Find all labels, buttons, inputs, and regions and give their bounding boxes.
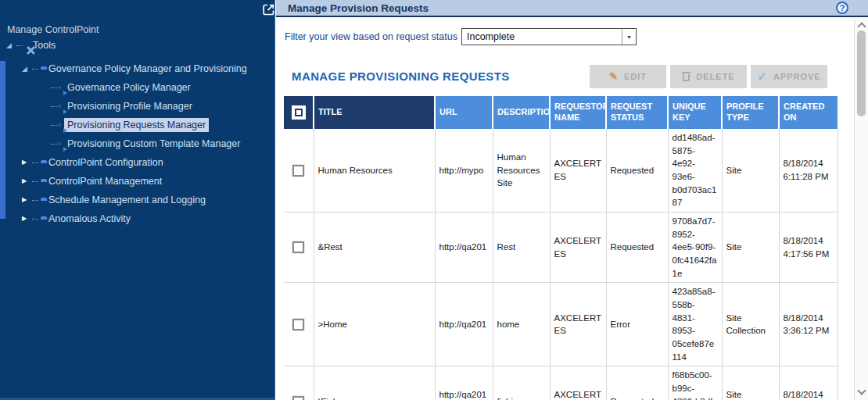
- requests-table: TITLEURLDESCRIPTIONREQUESTOR NAMEREQUEST…: [284, 96, 838, 400]
- cell-profile_type: Site: [722, 212, 779, 283]
- cell-title: )Fish: [314, 366, 435, 400]
- requests-grid-wrap: TITLEURLDESCRIPTIONREQUESTOR NAMEREQUEST…: [284, 96, 838, 400]
- row-checkbox[interactable]: [292, 396, 304, 400]
- cell-unique_key: 9708a7d7-8952-4ee5-90f9-0fc41642fa1e: [668, 212, 722, 283]
- sidebar-item-provisioning-profile-manager[interactable]: Provisioning Profile Manager: [0, 97, 268, 116]
- page-title: Manage Provision Requests: [288, 2, 429, 14]
- cell-requestor: AXCELERTES: [550, 129, 606, 212]
- select-all-checkbox[interactable]: [292, 105, 306, 120]
- row-select-cell: [284, 366, 314, 400]
- tree-connector: [32, 181, 38, 182]
- cell-profile_type: Site Collection: [722, 283, 779, 366]
- tree-connector: [51, 144, 57, 145]
- cell-url: http://qa201: [435, 212, 493, 283]
- check-icon: ✓: [757, 70, 768, 82]
- cell-description: fishing: [493, 366, 550, 400]
- tree-connector: [32, 200, 38, 201]
- cell-requestor: AXCELERTES: [550, 212, 606, 283]
- chevron-down-icon: ▼: [622, 29, 636, 45]
- sidebar-item-label: ControlPoint Management: [45, 174, 165, 188]
- button-label: DELETE: [696, 72, 734, 81]
- cell-profile_type: Site: [722, 129, 779, 212]
- row-checkbox[interactable]: [292, 319, 304, 330]
- sidebar-item-label: ControlPoint Configuration: [45, 155, 167, 170]
- row-select-cell: [284, 129, 314, 212]
- scroll-down-icon[interactable]: [857, 386, 866, 395]
- vertical-scrollbar-thumb[interactable]: [857, 30, 866, 116]
- row-checkbox[interactable]: [292, 165, 304, 177]
- sidebar-item-governance-policy-manager[interactable]: Governance Policy Manager: [0, 78, 268, 97]
- tree-connector: [32, 162, 38, 163]
- tree-connector: [32, 219, 38, 220]
- column-header-profile-type[interactable]: PROFILE TYPE: [722, 96, 779, 129]
- sidebar-item-tools[interactable]: ◢Tools: [0, 36, 268, 55]
- approve-button[interactable]: ✓APPROVE: [751, 65, 827, 88]
- table-row: >Homehttp://qa201homeAXCELERTESError423a…: [284, 283, 838, 366]
- sidebar-item-governance-policy-manager-and-provisioning[interactable]: ◢Governance Policy Manager and Provision…: [0, 59, 268, 78]
- cell-description: Human Resources Site: [493, 129, 550, 212]
- cell-unique_key: dd1486ad-5875-4e92-93e6-b0d703ac187: [668, 129, 722, 212]
- column-header-title[interactable]: TITLE: [314, 96, 435, 129]
- cell-title: >Home: [314, 283, 435, 366]
- table-row: &Resthttp://qa201RestAXCELERTESRequested…: [284, 212, 838, 283]
- tree-expanded-arrow-icon[interactable]: ◢: [22, 66, 32, 73]
- sidebar-root-label: Manage ControlPoint: [7, 24, 99, 35]
- cell-profile_type: Site Collection: [722, 366, 779, 400]
- filter-row: Filter your view based on request status…: [285, 28, 637, 45]
- table-body: Human Resourceshttp://mypoHuman Resource…: [284, 129, 838, 400]
- status-filter-value: Incomplete: [462, 31, 622, 42]
- sidebar-item-label: Provisioning Requests Manager: [64, 118, 209, 132]
- tree-expanded-arrow-icon[interactable]: ◢: [6, 42, 16, 49]
- delete-button[interactable]: DELETE: [670, 65, 747, 88]
- scroll-up-icon[interactable]: [857, 22, 866, 30]
- tree-connector: [51, 125, 57, 126]
- button-label: APPROVE: [773, 72, 821, 81]
- vertical-scrollbar[interactable]: [854, 19, 868, 400]
- table-row: Human Resourceshttp://mypoHuman Resource…: [284, 129, 838, 212]
- tree-connector: [51, 88, 57, 88]
- cell-url: http://qa201 Fish: [435, 366, 493, 400]
- row-checkbox[interactable]: [292, 241, 304, 253]
- button-label: EDIT: [624, 72, 647, 81]
- tree-collapsed-arrow-icon[interactable]: ▶: [22, 216, 32, 222]
- sidebar-item-controlpoint-configuration[interactable]: ▶ControlPoint Configuration: [0, 153, 268, 172]
- filter-label: Filter your view based on request status: [285, 31, 457, 42]
- cell-requestor: AXCELERTES: [550, 366, 606, 400]
- sidebar-item-label: Governance Policy Manager: [64, 80, 194, 95]
- sidebar-item-label: Provisioning Profile Manager: [64, 99, 195, 113]
- tree-collapsed-arrow-icon[interactable]: ▶: [22, 178, 32, 184]
- table-header: TITLEURLDESCRIPTIONREQUESTOR NAMEREQUEST…: [284, 96, 838, 129]
- column-header-url[interactable]: URL: [435, 96, 493, 129]
- sidebar-item-anomalous-activity[interactable]: ▶Anomalous Activity: [0, 209, 268, 228]
- tree-collapsed-arrow-icon[interactable]: ▶: [22, 159, 32, 166]
- row-select-cell: [284, 212, 314, 283]
- help-icon[interactable]: ?: [836, 2, 848, 14]
- title-bar: Manage Provision Requests ?: [276, 0, 868, 17]
- heading-row: MANAGE PROVISIONING REQUESTS ✎EDITDELETE…: [292, 64, 827, 88]
- sidebar-item-schedule-management-and-logging[interactable]: ▶Schedule Management and Logging: [0, 191, 268, 209]
- column-header-created-on[interactable]: CREATED ON: [779, 96, 838, 129]
- panel-toggle-icon[interactable]: [261, 2, 276, 17]
- sidebar-item-provisioning-requests-manager[interactable]: Provisioning Requests Manager: [0, 116, 268, 134]
- column-header-unique-key[interactable]: UNIQUE KEY: [668, 96, 722, 129]
- cell-description: home: [493, 283, 550, 366]
- cell-title: &Rest: [314, 212, 435, 283]
- action-buttons: ✎EDITDELETE✓APPROVE: [590, 65, 827, 88]
- section-heading: MANAGE PROVISIONING REQUESTS: [292, 70, 510, 83]
- cell-title: Human Resources: [314, 129, 435, 212]
- checkbox-inner: [295, 109, 303, 116]
- sidebar-item-controlpoint-management[interactable]: ▶ControlPoint Management: [0, 172, 268, 191]
- cell-created_on: 8/18/2014 3:34:51 PM: [779, 366, 838, 400]
- cell-url: http://mypo: [435, 129, 493, 212]
- edit-button[interactable]: ✎EDIT: [590, 65, 666, 88]
- tree-collapsed-arrow-icon[interactable]: ▶: [22, 197, 32, 203]
- column-header-description[interactable]: DESCRIPTION: [493, 96, 550, 129]
- tree-connector: [32, 69, 38, 70]
- sidebar-item-provisioning-custom-template-manager[interactable]: Provisioning Custom Template Manager: [0, 134, 268, 153]
- column-header-request-status[interactable]: REQUEST STATUS: [606, 96, 668, 129]
- status-filter-dropdown[interactable]: Incomplete ▼: [461, 28, 637, 45]
- tree-connector: [16, 45, 23, 46]
- cell-requestor: AXCELERTES: [550, 283, 606, 366]
- trash-icon: [682, 72, 690, 81]
- column-header-requestor-name[interactable]: REQUESTOR NAME: [550, 96, 606, 129]
